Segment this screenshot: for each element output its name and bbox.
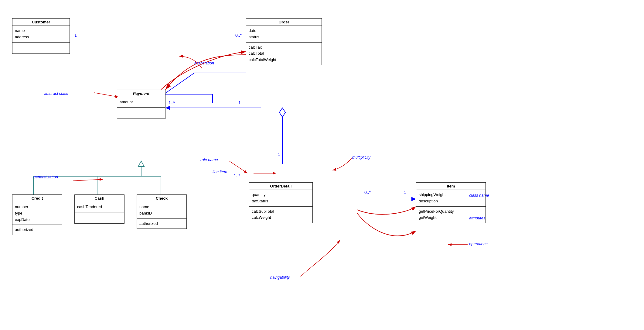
customer-class: Customer name address bbox=[12, 18, 70, 54]
uml-diagram: Customer name address Order date status … bbox=[0, 0, 644, 330]
payment-title: Payment bbox=[117, 90, 165, 97]
orderdetail-operations: calcSubTotal calcWeight bbox=[249, 207, 312, 223]
check-attributes: name bankID bbox=[137, 202, 186, 219]
credit-class: Credit number type expDate authorized bbox=[12, 194, 62, 235]
annotation-multiplicity: multiplicity bbox=[352, 155, 370, 160]
item-op-getpricequantity: getPriceForQuantity bbox=[419, 208, 483, 215]
item-operations: getPriceForQuantity getWeight bbox=[416, 207, 486, 223]
annotation-operations: operations bbox=[469, 242, 488, 246]
orderdetail-attr-taxstatus: taxStatus bbox=[252, 198, 310, 205]
orderdetail-op-calcsubtotal: calcSubTotal bbox=[252, 208, 310, 215]
annotation-navigability: navigability bbox=[270, 275, 290, 280]
order-class: Order date status calcTax calcTotal calc… bbox=[246, 18, 322, 65]
payment-attributes: amount bbox=[117, 97, 165, 108]
cash-title: Cash bbox=[75, 195, 124, 202]
mult-lineitem-star: 1..* bbox=[234, 173, 240, 178]
credit-attr-number: number bbox=[15, 204, 60, 210]
annotation-generalization: generalization bbox=[33, 175, 58, 179]
svg-marker-7 bbox=[165, 106, 170, 110]
order-attr-date: date bbox=[249, 28, 319, 34]
item-title: Item bbox=[416, 183, 486, 190]
orderdetail-op-calcweight: calcWeight bbox=[252, 215, 310, 221]
customer-attr-address: address bbox=[15, 34, 67, 40]
item-attr-description: description bbox=[419, 198, 483, 205]
order-attr-status: status bbox=[249, 34, 319, 40]
order-title: Order bbox=[246, 19, 322, 26]
cash-attr-cashtendered: cashTendered bbox=[77, 204, 122, 210]
payment-operations bbox=[117, 108, 165, 119]
check-attr-bankid: bankID bbox=[139, 210, 184, 217]
customer-operations bbox=[12, 43, 70, 53]
diagram-lines bbox=[0, 0, 644, 330]
svg-marker-11 bbox=[411, 197, 416, 201]
mult-item-right: 1 bbox=[404, 190, 406, 195]
order-op-calctotal: calcTotal bbox=[249, 50, 319, 57]
check-title: Check bbox=[137, 195, 186, 202]
cash-operations bbox=[75, 212, 124, 223]
order-attributes: date status bbox=[246, 26, 322, 43]
check-operations: authorized bbox=[137, 219, 186, 229]
credit-operations: authorized bbox=[12, 225, 62, 235]
annotation-abstract-class: abstract class bbox=[44, 91, 68, 96]
svg-marker-17 bbox=[138, 161, 144, 167]
credit-attr-expdate: expDate bbox=[15, 217, 60, 223]
credit-title: Credit bbox=[12, 195, 62, 202]
annotation-role-name: role name bbox=[200, 157, 218, 162]
check-attr-name: name bbox=[139, 204, 184, 210]
order-operations: calcTax calcTotal calcTotalWeight bbox=[246, 43, 322, 65]
abstract-arrow: ► bbox=[114, 94, 119, 99]
orderdetail-class: OrderDetail quantity taxStatus calcSubTo… bbox=[249, 182, 313, 223]
mult-customer-1: 1 bbox=[74, 33, 77, 38]
order-op-calctax: calcTax bbox=[249, 44, 319, 51]
orderdetail-attr-quantity: quantity bbox=[252, 192, 310, 198]
credit-op-authorized: authorized bbox=[15, 227, 60, 233]
customer-title: Customer bbox=[12, 19, 70, 26]
credit-attributes: number type expDate bbox=[12, 202, 62, 225]
cash-attributes: cashTendered bbox=[75, 202, 124, 212]
payment-attr-amount: amount bbox=[120, 99, 163, 105]
mult-order-orderdetail: 1 bbox=[278, 152, 280, 157]
annotation-line-item: line item bbox=[213, 170, 227, 174]
mult-orderdetail-item-left: 0..* bbox=[364, 190, 371, 195]
orderdetail-title: OrderDetail bbox=[249, 183, 312, 190]
payment-class: Payment amount bbox=[117, 90, 165, 119]
mult-order-1: 1 bbox=[238, 100, 241, 105]
item-attributes: shippingWeight description bbox=[416, 190, 486, 207]
annotation-attributes: attributes bbox=[469, 216, 485, 220]
mult-payment-star: 1..* bbox=[169, 100, 175, 105]
svg-line-5 bbox=[164, 73, 194, 94]
customer-attr-name: name bbox=[15, 28, 67, 34]
svg-marker-9 bbox=[279, 108, 285, 117]
mult-order-star: 0..* bbox=[235, 33, 242, 38]
orderdetail-attributes: quantity taxStatus bbox=[249, 190, 312, 207]
check-op-authorized: authorized bbox=[139, 221, 184, 227]
customer-attributes: name address bbox=[12, 26, 70, 43]
order-op-calctotalweight: calcTotalWeight bbox=[249, 57, 319, 63]
check-class: Check name bankID authorized bbox=[137, 194, 187, 229]
credit-attr-type: type bbox=[15, 210, 60, 217]
annotation-association: association bbox=[194, 61, 214, 65]
cash-class: Cash cashTendered bbox=[74, 194, 124, 224]
annotation-class-name: class name bbox=[469, 193, 489, 198]
